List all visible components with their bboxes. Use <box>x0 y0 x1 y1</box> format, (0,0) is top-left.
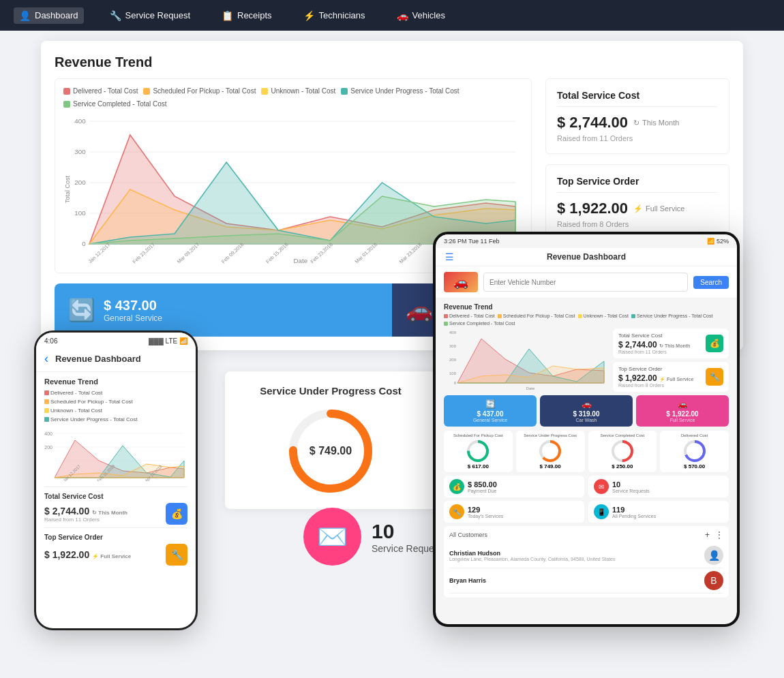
service-progress-amount: $ 749.00 <box>310 445 352 457</box>
email-icon: ✉️ <box>303 508 361 566</box>
tablet-today-services: 🔧 129 Today's Services <box>444 501 584 523</box>
tablet-payment-due: 💰 $ 850.00 Payment Due <box>444 476 584 497</box>
tablet-legend-completed: Service Completed - Total Cost <box>444 321 515 326</box>
legend-label-delivered: Delivered - Total Cost <box>73 87 138 95</box>
phone-total-cost-row: $ 2,744.00 ↻ This Month Raised from 11 O… <box>44 503 187 525</box>
phone-top-order-title: Top Service Order <box>44 534 187 541</box>
tablet-pending-services: 📱 119 All Pending Services <box>588 501 729 523</box>
general-service-icon: 🔄 <box>68 297 95 323</box>
tablet-battery: 📶 52% <box>707 238 729 245</box>
tablet-car-image: 🚗 <box>444 272 478 292</box>
phone-back-icon[interactable]: ‹ <box>44 352 48 366</box>
tablet-mockup: 3:26 PM Tue 11 Feb 📶 52% ☰ Revenue Dashb… <box>433 232 740 627</box>
tablet-carwash-icon: 🚗 <box>544 399 629 409</box>
nav-item-receipts[interactable]: 📋 Receipts <box>216 7 277 24</box>
service-progress-ring: $ 749.00 <box>286 407 375 495</box>
legend-completed: Service Completed - Total Cost <box>63 100 167 108</box>
technicians-icon: ⚡ <box>303 10 315 21</box>
service-progress-card: Service Under Progress Cost $ 749.00 <box>225 371 436 509</box>
svg-text:Mar 01,2018: Mar 01,2018 <box>353 241 378 264</box>
phone-legend-delivered: Delivered - Total Cost <box>44 390 102 396</box>
tablet-cost-delivered-amount: $ 570.00 <box>663 463 726 469</box>
svg-text:400: 400 <box>74 117 85 125</box>
tablet-cost-delivered: Delivered Cost $ 570.00 <box>660 431 729 472</box>
general-service-amount: $ 437.00 <box>104 298 162 313</box>
tablet-search-row: 🚗 Search <box>436 266 737 298</box>
phone-legend-progress: Service Under Progress - Total Cost <box>44 416 137 422</box>
tablet-customer-1-name: Christian Hudson <box>449 550 615 557</box>
tablet-customer-2-avatar: B <box>704 571 723 590</box>
tablet-cost-completed-amount: $ 250.00 <box>591 463 654 469</box>
tablet-cost-scheduled: Scheduled For Pickup Cost $ 617.00 <box>444 431 513 472</box>
svg-text:200: 200 <box>44 445 52 450</box>
tablet-pending-icon: 📱 <box>594 504 609 519</box>
total-service-title: Total Service Cost <box>557 90 718 101</box>
tablet-legend-delivered: Delivered - Total Cost <box>444 313 495 318</box>
tablet-general-amount: $ 437.00 <box>448 410 532 418</box>
tablet-total-amount: $ 2,744.00 ↻ This Month <box>618 340 690 350</box>
tablet-carwash-amount: $ 319.00 <box>544 410 629 418</box>
phone-total-cost-title: Total Service Cost <box>44 493 187 500</box>
tablet-cost-scheduled-amount: $ 617.00 <box>447 463 510 469</box>
tablet-pending-count: 119 <box>612 506 656 514</box>
tablet-fullservice-icon: 🚗 <box>640 399 725 409</box>
tablet-payment-icon: 💰 <box>449 479 464 494</box>
tablet-customer-1-avatar: 👤 <box>704 546 723 565</box>
tablet-info-row: 💰 $ 850.00 Payment Due ✉ 10 Service Requ… <box>444 476 729 497</box>
tablet-title: Revenue Dashboard <box>547 252 626 262</box>
tablet-customer-1-info: Christian Hudson Longview Lane, Pleasant… <box>449 550 615 561</box>
tablet-carwash-card: 🚗 $ 319.00 Car Wash <box>540 395 633 427</box>
page-title: Revenue Trend <box>55 55 729 70</box>
tablet-header: ☰ Revenue Dashboard <box>436 248 737 266</box>
add-customer-icon[interactable]: + <box>705 530 710 540</box>
car-wash-icon: 🚗 <box>406 297 433 323</box>
tablet-total-title: Total Service Cost <box>618 333 690 339</box>
tablet-fullservice-label: Full Service <box>640 418 725 422</box>
tablet-service-requests: ✉ 10 Service Requests <box>588 476 729 497</box>
phone-section-title: Revenue Trend <box>44 377 187 386</box>
tablet-today-label: Today's Services <box>468 514 503 519</box>
vehicles-icon: 🚗 <box>397 10 408 21</box>
nav-label-vehicles: Vehicles <box>412 10 445 20</box>
tablet-legend-unknown: Unknown - Total Cost <box>578 313 629 318</box>
service-requests-badge: ✉️ 10 Service Requests <box>303 508 447 566</box>
nav-item-vehicles[interactable]: 🚗 Vehicles <box>391 7 451 24</box>
svg-text:200: 200 <box>449 358 457 362</box>
tablet-fullservice-amount: $ 1,922.00 <box>640 410 725 418</box>
tablet-customer-1-address: Longview Lane, Pleasanton, Alameda Count… <box>449 557 615 561</box>
tablet-order-icon: 🔧 <box>706 368 723 386</box>
tablet-customers-title: All Customers <box>449 531 487 538</box>
phone-top-order-row: $ 1,922.00 ⚡ Full Service 🔧 <box>44 544 187 566</box>
legend-delivered: Delivered - Total Cost <box>63 87 138 95</box>
nav-label-technicians: Technicians <box>319 10 365 20</box>
svg-text:100: 100 <box>74 209 85 217</box>
svg-text:Feb 15,2018: Feb 15,2018 <box>265 241 290 264</box>
tablet-customer-2-info: Bryan Harris <box>449 577 486 584</box>
svg-text:Mar 09,2017: Mar 09,2017 <box>176 241 201 264</box>
more-options-icon[interactable]: ⋮ <box>715 530 723 540</box>
tablet-total-service: Total Service Cost $ 2,744.00 ↻ This Mon… <box>613 328 729 358</box>
top-order-type: ⚡ Full Service <box>633 204 684 213</box>
tablet-total-sub: Raised from 11 Orders <box>618 350 690 354</box>
legend-label-completed: Service Completed - Total Cost <box>73 100 167 108</box>
nav-item-technicians[interactable]: ⚡ Technicians <box>298 7 371 24</box>
legend-scheduled: Scheduled For Pickup - Total Cost <box>143 87 256 95</box>
tablet-search-input[interactable] <box>483 273 688 292</box>
tablet-customer-2-name: Bryan Harris <box>449 577 486 584</box>
tablet-search-button[interactable]: Search <box>693 276 729 289</box>
svg-text:400: 400 <box>44 431 52 436</box>
nav-item-service-request[interactable]: 🔧 Service Request <box>104 7 196 24</box>
nav-label-dashboard: Dashboard <box>35 10 78 20</box>
nav-item-dashboard[interactable]: 👤 Dashboard <box>14 7 84 24</box>
tablet-screen: 3:26 PM Tue 11 Feb 📶 52% ☰ Revenue Dashb… <box>436 234 737 624</box>
phone-legend: Delivered - Total Cost Scheduled For Pic… <box>44 390 187 422</box>
tablet-requests-count: 10 <box>612 480 650 489</box>
svg-text:300: 300 <box>449 344 457 348</box>
nav-label-receipts: Receipts <box>237 10 272 20</box>
tablet-menu-icon[interactable]: ☰ <box>445 251 454 262</box>
tablet-fullservice-card: 🚗 $ 1,922.00 Full Service <box>636 395 729 427</box>
tablet-requests-icon: ✉ <box>594 479 609 494</box>
svg-text:Date: Date <box>526 386 535 390</box>
service-progress-title: Service Under Progress Cost <box>239 385 423 397</box>
top-order-amount: $ 1,922.00 <box>557 200 628 217</box>
